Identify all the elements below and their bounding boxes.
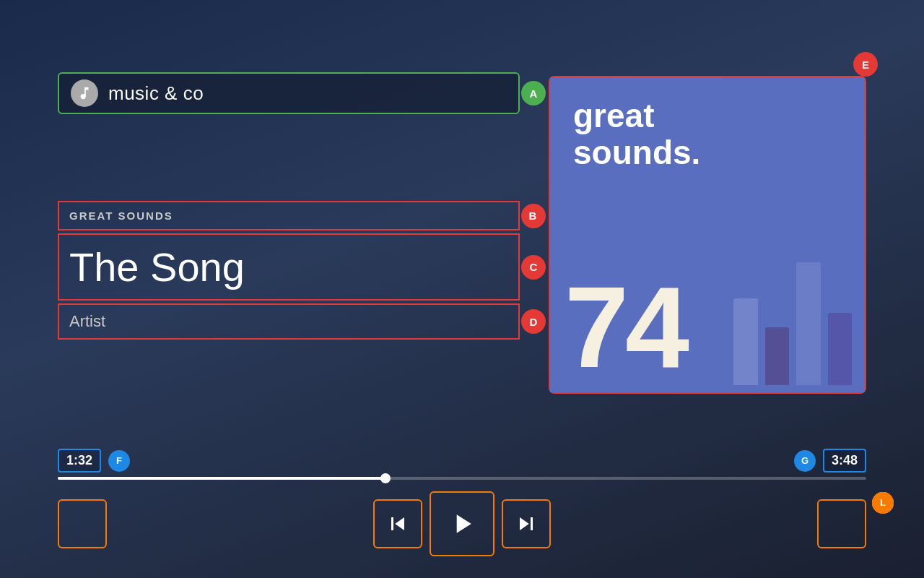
app-title: music & co [108, 82, 204, 105]
left-action-button[interactable] [58, 499, 107, 548]
buttons-row: H I J K L [58, 491, 866, 556]
next-button[interactable] [502, 499, 551, 548]
artist-box: Artist D [58, 303, 520, 340]
badge-e: E [853, 52, 878, 77]
album-art: great sounds. 74 [550, 77, 865, 392]
album-label: GREAT SOUNDS [69, 210, 173, 222]
time-left-group: 1:32 F [58, 449, 130, 473]
decorative-bars [720, 233, 865, 392]
badge-a: A [521, 81, 546, 105]
time-right-group: G 3:48 [794, 449, 866, 473]
album-art-title: great sounds. [573, 98, 700, 171]
center-controls: I J K [373, 491, 551, 556]
progress-thumb [380, 473, 391, 483]
metadata: GREAT SOUNDS B The Song C Artist D [58, 201, 520, 340]
album-art-container: great sounds. 74 E [549, 76, 866, 394]
badge-l: L [872, 492, 894, 514]
prev-button[interactable] [373, 499, 422, 548]
song-title: The Song [69, 244, 245, 290]
badge-g: G [794, 450, 816, 472]
time-current: 1:32 [58, 449, 101, 473]
badge-d: D [521, 309, 546, 334]
album-number: 74 [565, 269, 686, 385]
search-bar[interactable]: music & co A [58, 72, 520, 114]
music-icon [71, 79, 98, 107]
time-row: 1:32 F G 3:48 [58, 449, 866, 473]
badge-f: F [108, 450, 130, 472]
controls-area: 1:32 F G 3:48 H I J [58, 449, 866, 556]
artist-name: Artist [69, 312, 105, 330]
play-button[interactable] [430, 491, 494, 556]
time-total: 3:48 [823, 449, 866, 473]
progress-fill [58, 477, 385, 480]
right-controls: L [817, 499, 866, 548]
album-label-box: GREAT SOUNDS B [58, 201, 520, 230]
left-controls: H [58, 499, 107, 548]
progress-bar[interactable] [58, 477, 866, 480]
left-panel: music & co A GREAT SOUNDS B The Song C A… [58, 72, 520, 340]
badge-c: C [521, 255, 546, 280]
song-title-box: The Song C [58, 233, 520, 301]
right-action-button[interactable] [817, 499, 866, 548]
badge-b: B [521, 204, 546, 228]
